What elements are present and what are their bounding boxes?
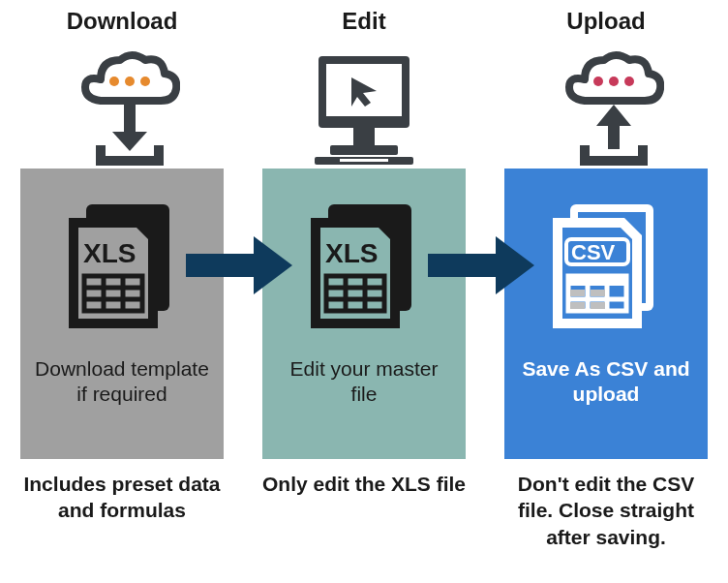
svg-point-24 [593, 77, 603, 86]
svg-rect-37 [570, 290, 585, 296]
step-upload-card: CSV Save As CSV and upload [504, 169, 708, 459]
svg-text:XLS: XLS [325, 238, 378, 268]
svg-rect-38 [591, 290, 605, 296]
xls-file-icon: XLS [301, 194, 427, 339]
svg-rect-41 [186, 254, 256, 277]
svg-rect-39 [570, 302, 585, 309]
arrow-right-icon [186, 236, 292, 298]
svg-rect-27 [608, 124, 620, 149]
step-edit-title: Edit [342, 8, 385, 35]
step-upload-card-text: Save As CSV and upload [504, 356, 708, 408]
cloud-upload-icon [548, 43, 664, 169]
svg-rect-13 [353, 128, 375, 145]
svg-rect-14 [330, 145, 398, 155]
step-upload-title: Upload [566, 8, 645, 35]
step-download-title: Download [67, 8, 178, 35]
csv-file-icon: CSV [543, 194, 669, 339]
arrow-right-icon [428, 236, 534, 298]
step-edit-card-text: Edit your master file [262, 356, 466, 408]
svg-text:CSV: CSV [571, 240, 616, 264]
svg-point-2 [140, 77, 150, 86]
svg-rect-3 [124, 105, 136, 134]
svg-point-1 [125, 77, 135, 86]
svg-point-26 [624, 77, 634, 86]
cloud-download-icon [64, 43, 180, 169]
xls-file-icon: XLS [59, 194, 185, 339]
svg-text:XLS: XLS [83, 238, 136, 268]
computer-edit-icon [301, 43, 427, 169]
step-download-card: XLS Download template if required [20, 169, 224, 459]
step-upload-bottom-text: Don't edit the CSV file. Close straight … [500, 471, 713, 550]
step-download-card-text: Download template if required [20, 356, 224, 408]
svg-rect-40 [591, 302, 605, 309]
diagram-container: Download XLS [0, 0, 728, 550]
svg-rect-16 [340, 159, 388, 162]
svg-point-0 [109, 77, 119, 86]
step-edit-card: XLS Edit your master file [262, 169, 466, 459]
step-edit-bottom-text: Only edit the XLS file [258, 471, 470, 497]
svg-rect-42 [428, 254, 498, 277]
svg-rect-33 [568, 276, 626, 286]
svg-point-25 [609, 77, 619, 86]
step-download-bottom-text: Includes preset data and formulas [15, 471, 228, 524]
